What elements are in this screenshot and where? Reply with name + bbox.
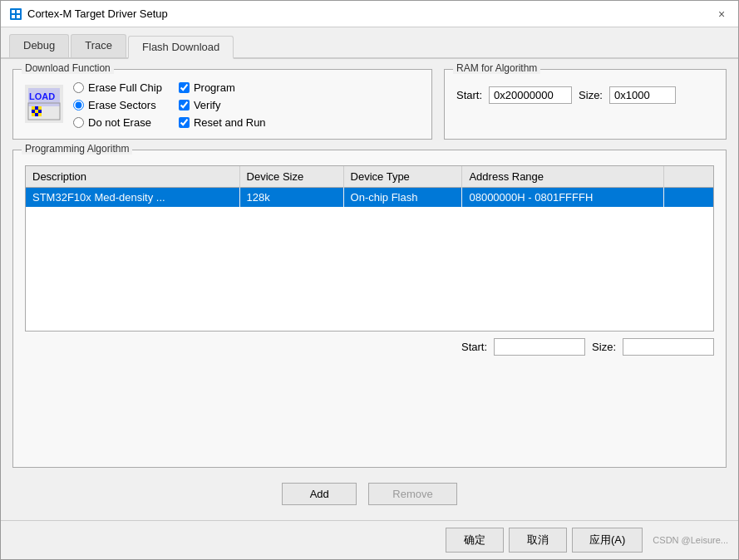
svg-rect-17 [38,113,42,116]
ram-size-input[interactable] [609,86,676,104]
prog-bottom: Start: Size: [25,338,714,356]
watermark: CSDN @Leisure... [653,535,728,545]
svg-rect-2 [17,10,20,13]
checkbox-reset-run[interactable] [179,117,190,128]
table-header-row: Description Device Size Device Type Addr… [26,166,713,188]
svg-rect-10 [35,106,38,110]
svg-rect-12 [32,110,35,113]
check-program[interactable]: Program [179,81,266,94]
cell-address-range: 08000000H - 0801FFFFH [462,188,663,208]
tab-debug[interactable]: Debug [9,34,69,57]
svg-text:LOAD: LOAD [29,91,55,101]
checkbox-program[interactable] [179,82,190,93]
svg-rect-9 [32,106,35,110]
programming-algorithm-label: Programming Algorithm [22,143,132,155]
footer-buttons: 确定 取消 应用(A) CSDN @Leisure... [1,520,738,559]
remove-button[interactable]: Remove [368,483,456,505]
cancel-button[interactable]: 取消 [509,528,567,553]
tab-flash-download[interactable]: Flash Download [128,36,234,59]
title-bar: Cortex-M Target Driver Setup × [1,1,738,27]
prog-size-input[interactable] [623,338,714,356]
download-function-inner: LOAD [25,81,420,129]
download-function-options: Erase Full Chip Erase Sectors Do not Era… [73,81,266,129]
radio-do-not-erase[interactable]: Do not Erase [73,116,162,129]
checkbox-verify[interactable] [179,100,190,111]
add-button[interactable]: Add [282,483,357,505]
main-window: Cortex-M Target Driver Setup × Debug Tra… [0,0,739,560]
svg-rect-1 [12,10,15,13]
svg-rect-4 [17,15,20,18]
cell-description: STM32F10x Med-density ... [26,188,239,208]
close-button[interactable]: × [713,6,730,22]
window-icon [9,7,22,21]
radio-label-do-not-erase: Do not Erase [88,116,151,129]
tab-trace[interactable]: Trace [71,34,126,57]
check-label-reset-run: Reset and Run [194,116,266,129]
radio-label-erase-sectors: Erase Sectors [88,99,156,111]
radio-erase-sectors[interactable]: Erase Sectors [73,99,162,111]
algorithm-table: Description Device Size Device Type Addr… [26,166,713,207]
svg-rect-14 [38,110,42,113]
ram-algorithm-section: RAM for Algorithm Start: Size: [444,69,727,140]
svg-rect-13 [35,110,38,113]
prog-size-label: Size: [592,341,616,353]
check-reset-run[interactable]: Reset and Run [179,116,266,129]
radio-input-erase-sectors[interactable] [73,100,84,111]
radio-input-erase-full[interactable] [73,82,84,93]
main-content: Download Function LOAD [1,59,738,520]
svg-rect-11 [38,106,42,110]
radio-label-erase-full: Erase Full Chip [88,81,162,94]
col-device-size: Device Size [239,166,343,188]
ram-row: Start: Size: [456,86,714,104]
table-row[interactable]: STM32F10x Med-density ... 128k On-chip F… [26,188,713,208]
ram-algorithm-label: RAM for Algorithm [453,62,540,74]
prog-start-input[interactable] [494,338,585,356]
svg-rect-16 [35,113,38,116]
algorithm-table-wrapper: Description Device Size Device Type Addr… [25,165,714,332]
erase-options: Erase Full Chip Erase Sectors Do not Era… [73,81,162,129]
col-device-type: Device Type [343,166,462,188]
window-title: Cortex-M Target Driver Setup [27,7,168,20]
col-extra [663,166,713,188]
top-sections: Download Function LOAD [12,69,727,140]
col-description: Description [26,166,239,188]
programming-algorithm-section: Programming Algorithm Description Device… [12,150,727,468]
cell-device-size: 128k [239,188,343,208]
title-bar-left: Cortex-M Target Driver Setup [9,7,168,21]
svg-rect-15 [32,113,35,116]
download-function-label: Download Function [22,62,114,74]
radio-input-do-not-erase[interactable] [73,117,84,128]
col-address-range: Address Range [462,166,663,188]
tab-bar: Debug Trace Flash Download [1,27,738,59]
check-verify[interactable]: Verify [179,99,266,111]
check-label-verify: Verify [194,99,221,111]
radio-erase-full-chip[interactable]: Erase Full Chip [73,81,162,94]
program-options: Program Verify Reset and Run [179,81,266,129]
ok-button[interactable]: 确定 [446,528,504,553]
cell-extra [663,188,713,208]
cell-device-type: On-chip Flash [343,188,462,208]
apply-button[interactable]: 应用(A) [572,528,643,553]
ram-start-label: Start: [456,89,482,101]
svg-rect-3 [12,15,15,18]
check-label-program: Program [194,81,235,94]
ram-start-input[interactable] [489,86,572,104]
download-function-section: Download Function LOAD [12,69,432,140]
algorithm-action-buttons: Add Remove [12,478,727,510]
load-icon: LOAD [25,85,63,123]
prog-start-label: Start: [461,341,487,353]
ram-size-label: Size: [579,89,603,101]
